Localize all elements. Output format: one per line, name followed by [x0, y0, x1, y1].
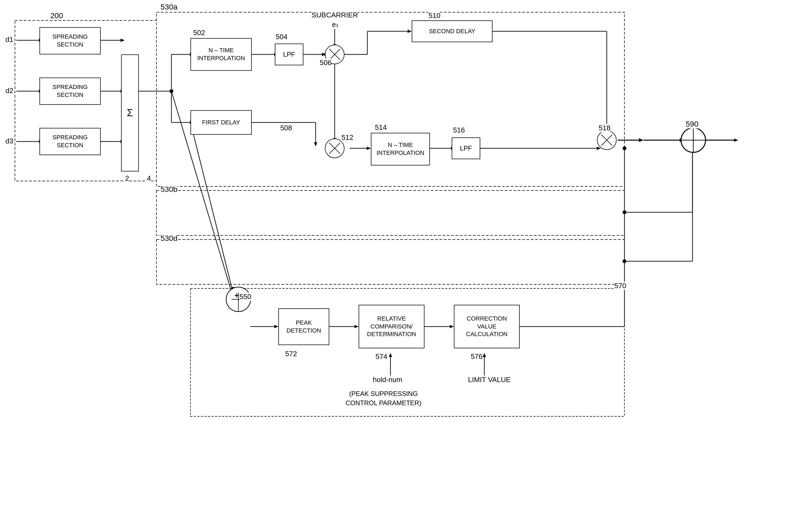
svg-marker-66 [274, 325, 278, 328]
e1-label: e₁ [332, 20, 338, 29]
svg-point-73 [623, 146, 626, 150]
d1-label: d1 [5, 35, 13, 44]
ref-506: 506 [320, 59, 331, 67]
ref-572: 572 [285, 350, 297, 358]
svg-rect-3 [156, 239, 625, 284]
spreading-section-1: SPREADING SECTION [39, 27, 101, 55]
ref-576: 576 [471, 352, 482, 361]
first-delay: FIRST DELAY [191, 110, 252, 135]
ref-516: 516 [453, 126, 465, 134]
ref-570: 570 [614, 282, 626, 290]
svg-marker-43 [314, 142, 317, 146]
svg-marker-68 [355, 325, 359, 328]
d3-label: d3 [5, 137, 13, 145]
lpf-1: LPF [275, 43, 303, 65]
limit-value-label: LIMIT VALUE [468, 376, 511, 384]
ref-200: 200 [50, 12, 63, 20]
lpf-2: LPF [452, 137, 480, 159]
svg-line-63 [191, 122, 233, 291]
ref-574: 574 [375, 352, 387, 361]
subcarrier-label: SUBCARRIER [312, 11, 358, 19]
svg-point-74 [623, 259, 626, 263]
n-time-interpolation-1: N – TIMEINTERPOLATION [191, 38, 252, 71]
svg-point-75 [623, 210, 626, 214]
hold-num-label: hold-num [373, 376, 402, 384]
ref-530d: 530d [160, 234, 177, 243]
svg-rect-2 [156, 191, 625, 235]
ref-2: 2 [125, 174, 129, 183]
svg-marker-70 [450, 325, 454, 328]
d2-label: d2 [5, 86, 13, 95]
svg-marker-45 [367, 147, 371, 150]
peak-suppressing-label: (PEAK SUPPRESSINGCONTROL PARAMETER) [346, 389, 421, 407]
ref-514: 514 [375, 123, 387, 132]
svg-marker-51 [639, 138, 644, 142]
svg-marker-55 [734, 139, 738, 142]
svg-text:+: + [235, 291, 239, 300]
svg-marker-36 [408, 29, 412, 33]
second-delay: SECOND DELAY [412, 20, 492, 42]
ref-518: 518 [598, 124, 610, 132]
ref-504: 504 [276, 33, 287, 41]
ref-512: 512 [341, 133, 353, 142]
ref-502: 502 [193, 28, 205, 37]
svg-marker-79 [483, 353, 486, 357]
spreading-section-3: SPREADING SECTION [39, 128, 101, 155]
ref-510: 510 [429, 12, 440, 20]
ref-530a: 530a [160, 3, 177, 12]
spreading-section-2: SPREADING SECTION [39, 78, 101, 105]
peak-detection: PEAKDETECTION [278, 308, 329, 345]
ref-508: 508 [280, 124, 292, 132]
relative-comparison: RELATIVECOMPARISON/DETERMINATION [359, 305, 425, 348]
ref-550: 550 [239, 293, 251, 301]
n-time-interpolation-2: N – TIMEINTERPOLATION [371, 133, 430, 165]
correction-value-calculation: CORRECTIONVALUECALCULATION [454, 305, 520, 348]
ref-4: 4 [147, 174, 151, 183]
svg-marker-12 [121, 39, 125, 42]
ref-530b: 530b [160, 185, 177, 194]
sigma-block: Σ [121, 55, 139, 172]
svg-marker-77 [389, 353, 392, 357]
ref-590: 590 [686, 120, 698, 129]
